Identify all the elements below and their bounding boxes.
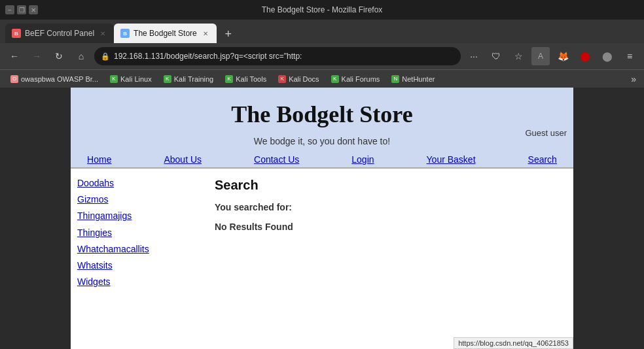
- bookmark-label-kali-tools: Kali Tools: [236, 75, 266, 83]
- sidebar-link-widgets[interactable]: Widgets: [77, 274, 202, 290]
- bookmark-favicon-kali-training: K: [164, 75, 171, 83]
- reload-button[interactable]: ↻: [50, 47, 68, 65]
- minimize-button[interactable]: −: [5, 5, 14, 14]
- close-button[interactable]: ✕: [29, 5, 38, 14]
- address-text: 192.168.1.131/bodgeit/search.jsp?q=<scri…: [114, 52, 454, 61]
- bookmark-kali-forums[interactable]: K Kali Forums: [326, 74, 385, 84]
- bookmarks-more-button[interactable]: »: [628, 73, 639, 86]
- bookmark-kali-linux[interactable]: K Kali Linux: [105, 74, 157, 84]
- site-body: Doodahs Gizmos Thingamajigs Thingies Wha…: [71, 169, 573, 297]
- nav-search[interactable]: Search: [528, 154, 557, 165]
- sidebar-link-whatsits[interactable]: Whatsits: [77, 258, 202, 274]
- bookmark-favicon-owaspbwa: O: [10, 75, 18, 83]
- bookmark-label-kali-forums: Kali Forums: [342, 75, 380, 83]
- bookmark-label-owaspbwa: owaspbwa OWASP Br...: [21, 75, 98, 83]
- tab-bodgelt[interactable]: B The Bodgelt Store ✕: [114, 24, 217, 43]
- bookmark-nethunter[interactable]: N NetHunter: [386, 74, 440, 84]
- nav-contact-us[interactable]: Contact Us: [254, 154, 299, 165]
- bookmark-label-kali-docs: Kali Docs: [289, 75, 319, 83]
- site-nav: Home About Us Contact Us Login Your Bask…: [71, 149, 573, 169]
- bookmark-owaspbwa[interactable]: O owaspbwa OWASP Br...: [5, 74, 103, 84]
- window-title: The Bodgelt Store - Mozilla Firefox: [58, 5, 586, 14]
- sidebar-link-whatchamacallits[interactable]: Whatchamacallits: [77, 241, 202, 258]
- back-button[interactable]: ←: [5, 47, 24, 65]
- url-tooltip-text: https://blog.csdn.net/qq_40621853: [454, 337, 573, 349]
- tab-label-bodgelt: The Bodgelt Store: [134, 29, 197, 38]
- nav-about-us[interactable]: About Us: [164, 154, 202, 165]
- bookmark-favicon-kali-linux: K: [110, 75, 118, 83]
- nav-login[interactable]: Login: [351, 154, 374, 165]
- tabbar: B BeEF Control Panel ✕ B The Bodgelt Sto…: [0, 20, 644, 43]
- sidebar-link-doodahs[interactable]: Doodahs: [77, 175, 202, 191]
- bookmarks-icon[interactable]: 🛡: [487, 47, 505, 65]
- bookmark-favicon-kali-tools: K: [225, 75, 233, 83]
- bookmark-kali-tools[interactable]: K Kali Tools: [220, 74, 272, 84]
- addon-icon-3[interactable]: ⬤: [598, 47, 617, 65]
- guest-user-label: Guest user: [525, 128, 567, 138]
- site-header-top: The Bodgelt Store: [71, 101, 573, 128]
- more-options-button[interactable]: ···: [465, 47, 483, 65]
- sidebar-link-gizmos[interactable]: Gizmos: [77, 191, 202, 208]
- addon-icon-2[interactable]: ⬤: [576, 47, 594, 65]
- site-main: Search You searched for: No Results Foun…: [202, 169, 573, 297]
- tab-beef[interactable]: B BeEF Control Panel ✕: [5, 24, 114, 43]
- no-results-text: No Results Found: [215, 222, 560, 232]
- bookmark-favicon-nethunter: N: [391, 75, 399, 83]
- reading-mode-icon[interactable]: A: [531, 47, 550, 65]
- searched-for-label: You searched for:: [215, 202, 560, 212]
- bookmark-label-kali-training: Kali Training: [174, 75, 214, 83]
- address-bar[interactable]: 🔒 192.168.1.131/bodgeit/search.jsp?q=<sc…: [94, 47, 461, 65]
- menu-button[interactable]: ≡: [620, 47, 639, 65]
- tab-close-bodgelt[interactable]: ✕: [201, 29, 210, 38]
- tab-favicon-beef: B: [12, 29, 21, 38]
- addon-icon-1[interactable]: 🦊: [554, 47, 572, 65]
- home-button[interactable]: ⌂: [72, 47, 90, 65]
- site-header: The Bodgelt Store We bodge it, so you do…: [71, 88, 573, 169]
- bookmark-label-nethunter: NetHunter: [402, 75, 435, 83]
- sidebar-link-thingamajigs[interactable]: Thingamajigs: [77, 208, 202, 224]
- titlebar: − ❐ ✕ The Bodgelt Store - Mozilla Firefo…: [0, 0, 644, 20]
- bookmark-kali-docs[interactable]: K Kali Docs: [273, 74, 324, 84]
- bookmark-kali-training[interactable]: K Kali Training: [158, 74, 219, 84]
- navbar: ← → ↻ ⌂ 🔒 192.168.1.131/bodgeit/search.j…: [0, 43, 644, 69]
- lock-icon: 🔒: [101, 52, 110, 61]
- maximize-button[interactable]: ❐: [17, 5, 26, 14]
- tab-favicon-bodgelt: B: [120, 29, 130, 38]
- nav-home[interactable]: Home: [87, 154, 111, 165]
- bookmark-label-kali-linux: Kali Linux: [120, 75, 152, 83]
- site-tagline: We bodge it, so you dont have to!: [254, 136, 390, 146]
- tab-label-beef: BeEF Control Panel: [25, 29, 94, 38]
- site-sidebar: Doodahs Gizmos Thingamajigs Thingies Wha…: [71, 169, 202, 297]
- bookmark-star-icon[interactable]: ☆: [509, 47, 528, 65]
- web-content: The Bodgelt Store We bodge it, so you do…: [71, 88, 573, 349]
- bookmarks-bar: O owaspbwa OWASP Br... K Kali Linux K Ka…: [0, 69, 644, 88]
- new-tab-button[interactable]: +: [219, 25, 238, 43]
- nav-your-basket[interactable]: Your Basket: [427, 154, 476, 165]
- bookmark-favicon-kali-docs: K: [278, 75, 286, 83]
- sidebar-link-thingies[interactable]: Thingies: [77, 225, 202, 241]
- site-title: The Bodgelt Store: [231, 101, 412, 128]
- bookmark-favicon-kali-forums: K: [331, 75, 339, 83]
- search-heading: Search: [215, 178, 560, 193]
- forward-button[interactable]: →: [27, 47, 46, 65]
- tab-close-beef[interactable]: ✕: [98, 29, 107, 38]
